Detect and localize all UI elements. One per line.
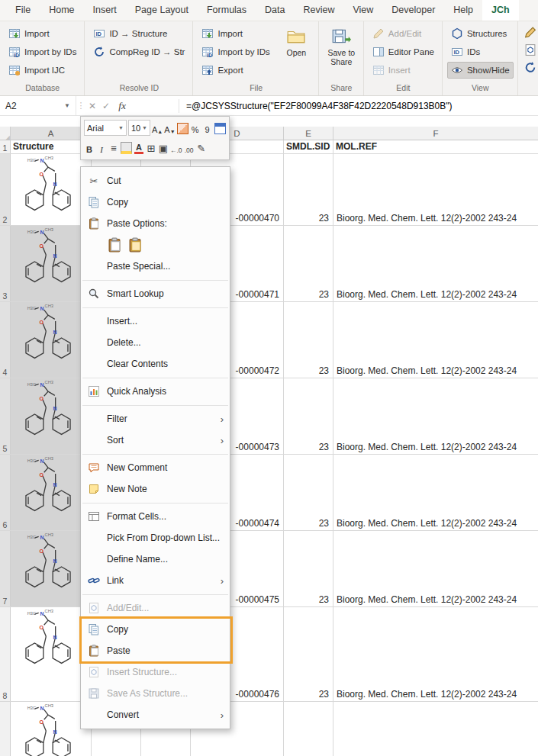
row-header-2[interactable]: 2 bbox=[0, 154, 11, 225]
cancel-icon[interactable]: ✕ bbox=[85, 101, 99, 111]
id-to-structure-button[interactable]: ID → Structure bbox=[89, 25, 188, 42]
row-header-5[interactable]: 5 bbox=[0, 378, 11, 454]
menu-item-delete[interactable]: Delete... bbox=[81, 332, 230, 353]
menu-item-paste-special[interactable]: Paste Special... bbox=[81, 256, 230, 277]
center-align-button[interactable]: ≡ bbox=[108, 140, 119, 156]
menu-item-smart-lookup[interactable]: Smart Lookup bbox=[81, 283, 230, 304]
sid-cell[interactable]: 23 bbox=[284, 226, 333, 301]
cell-f1[interactable]: MOL.REF bbox=[333, 140, 538, 153]
menu-item-format-cells[interactable]: Format Cells... bbox=[81, 506, 230, 527]
format-painter-icon[interactable]: ✎ bbox=[196, 140, 207, 156]
paste-keep-formatting-icon[interactable] bbox=[107, 237, 122, 253]
insert-function-icon[interactable]: fx bbox=[113, 100, 131, 112]
col-header-f[interactable]: F bbox=[333, 127, 538, 140]
menu-item-define-name[interactable]: Define Name... bbox=[81, 549, 230, 570]
tab-view[interactable]: View bbox=[343, 0, 382, 21]
merge-center-button[interactable]: ▣ bbox=[158, 140, 169, 156]
show-hide-button[interactable]: Show/Hide bbox=[447, 62, 514, 79]
format-as-table-button[interactable] bbox=[214, 121, 226, 136]
name-box[interactable]: A2 ▼ bbox=[0, 96, 76, 115]
menu-item-convert[interactable]: Convert › bbox=[81, 704, 230, 725]
formula-input[interactable]: =@JCSYSStructure("EF2F80099A4F38F42D2220… bbox=[179, 101, 453, 111]
comma-style-button[interactable]: 9 bbox=[202, 121, 213, 136]
ref-cell[interactable]: Bioorg. Med. Chem. Lett. 12(2)-2002 243-… bbox=[333, 531, 538, 606]
tab-insert[interactable]: Insert bbox=[84, 0, 126, 21]
tab-jchem[interactable]: JCh bbox=[482, 0, 519, 21]
font-name-dropdown[interactable]: Arial▼ bbox=[84, 120, 127, 136]
cell-e1[interactable]: SMDL.SID bbox=[284, 140, 333, 153]
tab-formulas[interactable]: Formulas bbox=[198, 0, 256, 21]
tab-data[interactable]: Data bbox=[256, 0, 294, 21]
menu-item-copy[interactable]: Copy bbox=[81, 191, 230, 213]
menu-item-insert[interactable]: Insert... bbox=[81, 310, 230, 332]
file-import-button[interactable]: Import bbox=[198, 25, 273, 42]
cell[interactable] bbox=[284, 702, 333, 756]
row-header-8[interactable]: 8 bbox=[0, 607, 11, 701]
row-header-3[interactable]: 3 bbox=[0, 226, 11, 301]
select-all-corner[interactable] bbox=[0, 127, 11, 140]
col-header-e[interactable]: E bbox=[284, 127, 333, 140]
row-header-9[interactable] bbox=[0, 702, 11, 756]
menu-item-link[interactable]: Link › bbox=[81, 570, 230, 591]
increase-decimal-button[interactable]: ←.0 bbox=[170, 140, 182, 156]
ref-cell[interactable]: Bioorg. Med. Chem. Lett. 12(2)-2002 243-… bbox=[333, 455, 538, 530]
pencil-icon[interactable] bbox=[524, 26, 537, 39]
font-size-dropdown[interactable]: 10▼ bbox=[128, 120, 150, 136]
shrink-font-button[interactable]: A▼ bbox=[164, 121, 175, 136]
import-ijc-button[interactable]: Import IJC bbox=[5, 62, 80, 79]
decrease-decimal-button[interactable]: .00 bbox=[184, 140, 195, 156]
menu-item-filter[interactable]: Filter › bbox=[81, 408, 230, 429]
sid-cell[interactable]: 23 bbox=[284, 154, 333, 225]
grow-font-button[interactable]: A▲ bbox=[152, 121, 163, 136]
tab-home[interactable]: Home bbox=[40, 0, 83, 21]
cell[interactable] bbox=[333, 702, 538, 756]
structure-doc-icon[interactable] bbox=[524, 43, 537, 56]
tab-page-layout[interactable]: Page Layout bbox=[126, 0, 198, 21]
tab-review[interactable]: Review bbox=[294, 0, 343, 21]
menu-item-sort[interactable]: Sort › bbox=[81, 429, 230, 451]
paste-values-icon[interactable] bbox=[127, 237, 143, 253]
menu-item-jchem-copy[interactable]: Copy bbox=[81, 619, 230, 640]
menu-item-cut[interactable]: ✂ Cut bbox=[81, 170, 230, 191]
formula-bar-resize-handle[interactable]: ⋮ bbox=[76, 101, 85, 111]
bold-button[interactable]: B bbox=[84, 140, 95, 156]
row-header-4[interactable]: 4 bbox=[0, 302, 11, 378]
export-button[interactable]: Export bbox=[198, 62, 273, 79]
ref-cell[interactable]: Bioorg. Med. Chem. Lett. 12(2)-2002 243-… bbox=[333, 607, 538, 701]
sid-cell[interactable]: 23 bbox=[284, 531, 333, 606]
import-by-ids-button[interactable]: Import by IDs bbox=[5, 43, 80, 60]
refresh-icon[interactable] bbox=[524, 61, 537, 74]
sid-cell[interactable]: 23 bbox=[284, 607, 333, 701]
conditional-formatting-button[interactable] bbox=[177, 121, 188, 136]
menu-item-new-comment[interactable]: New Comment bbox=[81, 457, 230, 478]
import-button[interactable]: Import bbox=[5, 25, 80, 42]
ids-button[interactable]: IDs bbox=[447, 43, 514, 60]
row-header-6[interactable]: 6 bbox=[0, 455, 11, 530]
row-header-7[interactable]: 7 bbox=[0, 531, 11, 606]
compreg-id-to-str-button[interactable]: CompReg ID → Str bbox=[89, 43, 188, 60]
editor-pane-button[interactable]: Editor Pane bbox=[369, 43, 438, 60]
sid-cell[interactable]: 23 bbox=[284, 378, 333, 454]
tab-file[interactable]: File bbox=[6, 0, 40, 21]
percent-style-button[interactable]: % bbox=[190, 121, 201, 136]
font-color-button[interactable]: A bbox=[134, 140, 144, 156]
sid-cell[interactable]: 23 bbox=[284, 455, 333, 530]
enter-icon[interactable]: ✓ bbox=[99, 101, 113, 111]
italic-button[interactable]: I bbox=[96, 140, 107, 156]
ref-cell[interactable]: Bioorg. Med. Chem. Lett. 12(2)-2002 243-… bbox=[333, 302, 538, 378]
ref-cell[interactable]: Bioorg. Med. Chem. Lett. 12(2)-2002 243-… bbox=[333, 226, 538, 301]
ref-cell[interactable]: Bioorg. Med. Chem. Lett. 12(2)-2002 243-… bbox=[333, 154, 538, 225]
file-import-by-ids-button[interactable]: Import by IDs bbox=[198, 43, 273, 60]
menu-item-new-note[interactable]: New Note bbox=[81, 478, 230, 500]
structures-button[interactable]: Structures bbox=[447, 25, 514, 42]
ref-cell[interactable]: Bioorg. Med. Chem. Lett. 12(2)-2002 243-… bbox=[333, 378, 538, 454]
menu-item-quick-analysis[interactable]: Quick Analysis bbox=[81, 381, 230, 402]
menu-item-pick-from-list[interactable]: Pick From Drop-down List... bbox=[81, 527, 230, 549]
menu-item-clear-contents[interactable]: Clear Contents bbox=[81, 353, 230, 375]
save-to-share-button[interactable]: Save to Share bbox=[324, 23, 359, 82]
open-button[interactable]: Open bbox=[279, 23, 314, 82]
fill-color-button[interactable] bbox=[121, 140, 132, 156]
row-header-1[interactable]: 1 bbox=[0, 140, 11, 153]
borders-button[interactable]: ⊞ bbox=[146, 140, 156, 156]
menu-item-jchem-paste[interactable]: Paste bbox=[81, 640, 230, 661]
